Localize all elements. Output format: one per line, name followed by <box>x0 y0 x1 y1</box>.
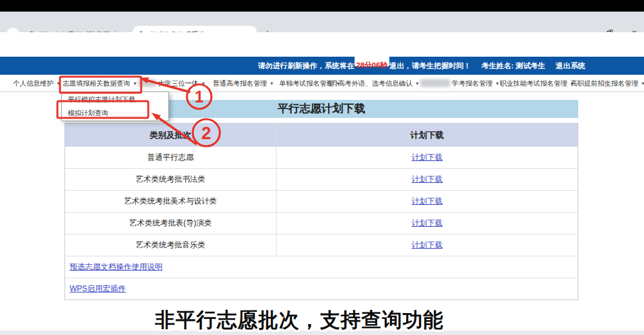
nav-item-label: 志愿填报相关数据查询 <box>63 79 130 87</box>
warning-prefix: 请勿进行刷新操作，系统将在 <box>258 62 355 70</box>
chevron-down-icon: ▼ <box>133 81 137 86</box>
dropdown-item-1[interactable]: 平行模拟志愿计划下载 <box>62 93 168 106</box>
plan-table-footer: 预选志愿文档操作使用说明WPS启用宏插件 <box>65 256 578 300</box>
nav-item-4[interactable]: 普通高考报名管理▼ <box>213 75 274 91</box>
plan-download-link[interactable]: 计划下载 <box>412 218 443 227</box>
nav-item-label: 职业技能考试报名管理 <box>500 79 567 87</box>
chevron-down-icon: ▼ <box>415 81 420 86</box>
nav-item-3[interactable]: 大学三位一体▼ <box>138 75 206 91</box>
footer-link-row-1: 预选志愿文档操作使用说明 <box>65 256 578 278</box>
table-row-5: 艺术类统考批音乐类计划下载 <box>65 234 578 256</box>
chevron-down-icon: ▼ <box>56 81 61 86</box>
system-banner: 请勿进行刷新操作，系统将在28分06秒退出，请考生把握时间！ 考生姓名: 测试考… <box>0 57 644 75</box>
category-cell: 艺术类统考批音乐类 <box>65 235 277 256</box>
video-caption: 非平行志愿批次，支持查询功能 <box>0 307 644 334</box>
nav-item-7[interactable]: 学考报名管理▼ <box>420 75 500 91</box>
table-row-3: 艺术类统考批美术与设计类计划下载 <box>65 190 578 212</box>
nav-item-8[interactable]: 职业技能考试报名管理▼ <box>500 75 574 91</box>
nav-item-6[interactable]: 6月高考外语、选考信息确认▼ <box>327 75 420 91</box>
header-download: 计划下载 <box>277 124 578 146</box>
dropdown-menu: 平行模拟志愿计划下载模拟计划查询 <box>61 91 169 121</box>
footer-link[interactable]: WPS启用宏插件 <box>70 284 126 293</box>
chevron-down-icon: ▼ <box>269 81 274 86</box>
nav-item-label: 单独考试报名管理 <box>279 79 333 87</box>
tab-strip: 浙江省教育考试院官网 考生办 × 考试信息管理系统 × + — × <box>0 12 644 32</box>
nav-item-label: 大学三位一体 <box>158 79 199 87</box>
redacted-text <box>138 79 156 87</box>
table-row-2: 艺术类统考批书法类计划下载 <box>65 168 578 190</box>
download-cell: 计划下载 <box>277 169 578 190</box>
table-row-4: 艺术类统考批表(导)演类计划下载 <box>65 212 578 234</box>
plan-download-link[interactable]: 计划下载 <box>412 175 443 184</box>
nav-item-label: 6月高考外语、选考信息确认 <box>327 79 413 87</box>
chevron-down-icon: ▼ <box>495 81 500 86</box>
redacted-text <box>420 79 450 87</box>
download-cell: 计划下载 <box>277 191 578 212</box>
nav-item-1[interactable]: 个人信息维护▼ <box>13 75 61 91</box>
plan-table: 类别及批次 计划下载 普通平行志愿计划下载艺术类统考批书法类计划下载艺术类统考批… <box>64 123 578 300</box>
nav-item-label: 高职提前招生报名管理 <box>571 79 638 87</box>
table-row-1: 普通平行志愿计划下载 <box>65 146 578 168</box>
download-cell: 计划下载 <box>277 213 578 234</box>
download-cell: 计划下载 <box>277 235 578 256</box>
nav-item-label: 个人信息维护 <box>13 79 54 87</box>
table-header-row: 类别及批次 计划下载 <box>65 124 578 146</box>
footer-link-row-2: WPS启用宏插件 <box>65 278 578 300</box>
session-warning: 请勿进行刷新操作，系统将在28分06秒退出，请考生把握时间！ <box>258 57 471 75</box>
category-cell: 艺术类统考批表(导)演类 <box>65 213 277 234</box>
nav-item-label: 学考报名管理 <box>452 79 493 87</box>
chevron-down-icon: ▼ <box>201 81 206 86</box>
logout-button[interactable]: 退出系统 <box>556 57 585 75</box>
nav-bar: 个人信息维护▼志愿填报相关数据查询▼大学三位一体▼普通高考报名管理▼单独考试报名… <box>0 75 644 92</box>
plan-download-link[interactable]: 计划下载 <box>412 153 443 162</box>
plan-download-link[interactable]: 计划下载 <box>412 196 443 206</box>
download-cell: 计划下载 <box>277 147 578 168</box>
plan-table-body: 普通平行志愿计划下载艺术类统考批书法类计划下载艺术类统考批美术与设计类计划下载艺… <box>65 146 578 256</box>
letterbox-top <box>0 0 644 12</box>
student-name: 考生姓名: 测试考生 <box>482 57 545 75</box>
warning-suffix: 退出，请考生把握时间！ <box>389 62 471 70</box>
dropdown-item-2[interactable]: 模拟计划查询 <box>62 106 168 120</box>
category-cell: 普通平行志愿 <box>65 147 277 168</box>
footer-link[interactable]: 预选志愿文档操作使用说明 <box>70 262 162 271</box>
browser-toolbar: ← → ⟳ pgzy.zjzs.net:4431/default.aspx ☆ … <box>0 32 644 57</box>
nav-item-label: 普通高考报名管理 <box>213 79 267 87</box>
category-cell: 艺术类统考批书法类 <box>65 169 277 190</box>
plan-download-link[interactable]: 计划下载 <box>412 240 443 249</box>
screen: 浙江省教育考试院官网 考生办 × 考试信息管理系统 × + — × ← → ⟳ … <box>0 0 644 335</box>
category-cell: 艺术类统考批美术与设计类 <box>65 191 277 212</box>
header-category: 类别及批次 <box>65 124 277 146</box>
countdown-timer: 28分06秒 <box>355 56 390 66</box>
chevron-down-icon: ▼ <box>641 81 644 86</box>
nav-item-9[interactable]: 高职提前招生报名管理▼ <box>571 75 644 91</box>
nav-item-2[interactable]: 志愿填报相关数据查询▼ <box>63 75 137 91</box>
